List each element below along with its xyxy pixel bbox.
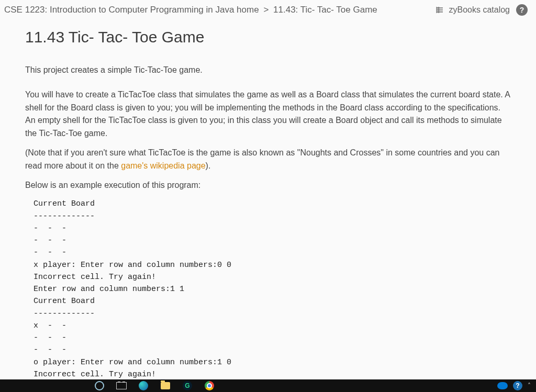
- system-tray: ? ˄: [497, 381, 531, 390]
- breadcrumb-separator: >: [263, 5, 269, 15]
- paragraph-3: Below is an example execution of this pr…: [25, 179, 511, 192]
- example-output-code: Current Board ------------- - - - - - - …: [34, 198, 511, 392]
- breadcrumb-course[interactable]: CSE 1223: Introduction to Computer Progr…: [4, 5, 259, 15]
- topbar: CSE 1223: Introduction to Computer Progr…: [0, 0, 536, 23]
- paragraph-2: (Note that if you aren't sure what TicTa…: [25, 147, 511, 173]
- edge-icon[interactable]: [138, 380, 149, 391]
- paragraph-1: You will have to create a TicTacToe clas…: [25, 88, 511, 140]
- para2-text-a: (Note that if you aren't sure what TicTa…: [25, 148, 499, 170]
- file-explorer-icon[interactable]: [160, 380, 171, 391]
- catalog-label: zyBooks catalog: [449, 5, 510, 15]
- taskbar-icons: G: [94, 380, 215, 391]
- para2-text-b: ).: [206, 161, 211, 170]
- tray-expand-icon[interactable]: ˄: [528, 382, 531, 389]
- intro-paragraph: This project creates a simple Tic-Tac-To…: [25, 64, 511, 77]
- topbar-right: zyBooks catalog ?: [435, 4, 528, 16]
- tray-help-icon[interactable]: ?: [513, 381, 522, 390]
- wikipedia-link[interactable]: game's wikipedia page: [121, 161, 205, 170]
- breadcrumb: CSE 1223: Introduction to Computer Progr…: [4, 5, 377, 15]
- help-button[interactable]: ?: [516, 4, 528, 16]
- page-title: 11.43 Tic- Tac- Toe Game: [25, 28, 511, 46]
- windows-taskbar: G ? ˄: [0, 379, 536, 392]
- breadcrumb-page[interactable]: 11.43: Tic- Tac- Toe Game: [273, 5, 377, 15]
- grammarly-icon[interactable]: G: [182, 380, 193, 391]
- cortana-icon[interactable]: [94, 380, 105, 391]
- description: This project creates a simple Tic-Tac-To…: [25, 64, 511, 192]
- onedrive-icon[interactable]: [497, 382, 508, 389]
- zybooks-catalog-link[interactable]: zyBooks catalog: [435, 5, 510, 15]
- content-area: 11.43 Tic- Tac- Toe Game This project cr…: [0, 23, 536, 392]
- task-view-icon[interactable]: [116, 380, 127, 391]
- question-mark-icon: ?: [520, 6, 524, 14]
- chrome-icon[interactable]: [204, 380, 215, 391]
- books-icon: [435, 5, 444, 15]
